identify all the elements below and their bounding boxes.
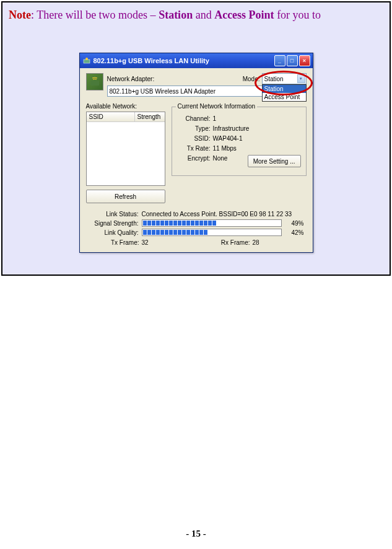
mode-option-station[interactable]: Station xyxy=(263,85,306,93)
network-list[interactable]: SSID Strength xyxy=(86,112,165,186)
note-text: Note: There will be two modes – Station … xyxy=(9,7,383,23)
page-number: - 15 - xyxy=(0,529,392,539)
app-icon xyxy=(82,56,91,65)
note-label: Note xyxy=(9,9,31,21)
mode-label: Mode: xyxy=(243,76,260,82)
signal-strength-label: Signal Strength: xyxy=(86,220,142,227)
ssid-label: SSID: xyxy=(177,135,213,142)
signal-strength-pct: 49% xyxy=(282,220,307,227)
rxframe-value: 28 xyxy=(253,239,307,246)
chevron-down-icon: ▾ xyxy=(297,74,305,83)
mode-option-accesspoint[interactable]: Access Point xyxy=(263,93,306,101)
mode-dropdown-popup: Station Access Point xyxy=(262,84,307,102)
svg-point-1 xyxy=(85,58,88,60)
screenshot: 802.11b+g USB Wireless LAN Utility _ □ ×… xyxy=(9,53,383,253)
link-quality-pct: 42% xyxy=(282,229,307,236)
available-network-label: Available Network: xyxy=(86,103,165,110)
close-button[interactable]: × xyxy=(299,55,310,66)
adapter-icon xyxy=(86,73,103,90)
list-header: SSID Strength xyxy=(87,112,165,122)
adapter-label: Network Adapter: xyxy=(107,76,155,82)
refresh-button[interactable]: Refresh xyxy=(86,190,165,203)
groupbox-title: Current Network Information xyxy=(176,103,258,110)
svg-rect-2 xyxy=(90,81,99,86)
maximize-button[interactable]: □ xyxy=(287,55,298,66)
col-strength[interactable]: Strength xyxy=(135,112,165,121)
type-value: Infrastructure xyxy=(213,125,301,132)
txframe-label: Tx Frame: xyxy=(86,239,142,246)
link-quality-label: Link Quality: xyxy=(86,229,142,236)
ssid-value: WAP404-1 xyxy=(213,135,301,142)
mode-dropdown[interactable]: Station ▾ xyxy=(262,73,307,84)
current-network-groupbox: Current Network Information Channel:1 Ty… xyxy=(172,107,307,176)
txframe-value: 32 xyxy=(142,239,149,246)
note-box: Note: There will be two modes – Station … xyxy=(1,1,391,276)
channel-label: Channel: xyxy=(177,115,213,122)
link-status-label: Link Status: xyxy=(86,211,142,217)
encrypt-label: Encrypt: xyxy=(177,155,213,167)
signal-strength-bar xyxy=(142,219,282,227)
link-quality-bar xyxy=(142,229,282,236)
encrypt-value: None xyxy=(213,155,248,167)
minimize-button[interactable]: _ xyxy=(274,55,285,66)
type-label: Type: xyxy=(177,125,213,132)
link-status-value: Connected to Access Point. BSSID=00 E0 9… xyxy=(142,211,307,217)
more-setting-button[interactable]: More Setting ... xyxy=(248,155,301,167)
txrate-value: 11 Mbps xyxy=(213,145,301,152)
txrate-label: Tx Rate: xyxy=(177,145,213,152)
col-ssid[interactable]: SSID xyxy=(87,112,135,121)
window-title: 802.11b+g USB Wireless LAN Utility xyxy=(94,57,274,64)
utility-window: 802.11b+g USB Wireless LAN Utility _ □ ×… xyxy=(79,53,313,253)
channel-value: 1 xyxy=(213,115,301,122)
titlebar[interactable]: 802.11b+g USB Wireless LAN Utility _ □ × xyxy=(80,53,313,68)
rxframe-label: Rx Frame: xyxy=(196,239,253,246)
